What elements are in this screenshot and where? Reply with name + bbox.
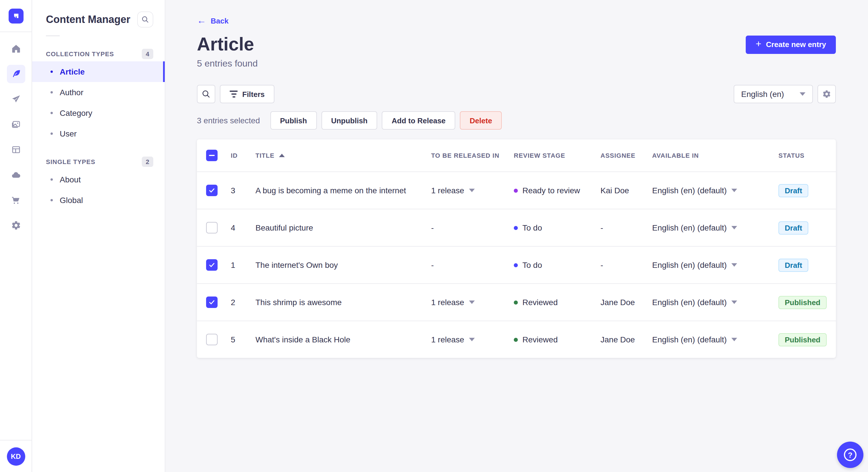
chevron-down-icon [469,338,474,341]
user-avatar[interactable]: KD [7,447,25,465]
cell-assignee: Jane Doe [600,298,652,307]
filters-button[interactable]: Filters [220,85,274,103]
sidebar-item-about[interactable]: About [32,169,165,190]
page-title: Article [197,34,254,55]
rail-footer: KD [0,440,32,472]
chevron-down-icon [469,301,474,304]
cell-review-stage: To do [514,260,600,270]
col-header-to-be-released-in[interactable]: TO BE RELEASED IN [431,152,514,159]
sidebar-item-author[interactable]: Author [32,82,165,103]
sidebar-item-user[interactable]: User [32,123,165,144]
plus-icon: + [756,39,762,49]
arrow-left-icon: ← [197,16,206,25]
bullet-icon [51,71,53,73]
view-settings-gear-icon[interactable] [817,85,836,103]
rail-logo-area [0,0,32,32]
cell-assignee: - [600,260,652,270]
add-to-release-button[interactable]: Add to Release [382,111,455,130]
delete-button[interactable]: Delete [460,111,502,130]
cell-status: Published [778,333,836,346]
search-icon[interactable] [137,11,153,28]
row-checkbox[interactable] [206,297,218,308]
entries-table: ID TITLE TO BE RELEASED IN REVIEW STAGE … [197,139,836,358]
strapi-logo-icon[interactable] [8,8,23,23]
cell-available-in[interactable]: English (en) (default) [652,186,778,195]
col-header-status[interactable]: STATUS [778,152,836,159]
subnav-title: Content Manager [46,13,130,26]
cell-id: 4 [231,223,255,232]
sidebar-item-global[interactable]: Global [32,190,165,210]
col-header-title[interactable]: TITLE [255,152,431,159]
bullet-icon [51,199,53,201]
col-header-available-in[interactable]: AVAILABLE IN [652,152,778,159]
cell-release[interactable]: - [431,223,514,232]
main-nav-rail: KD [0,0,32,472]
status-badge: Draft [778,184,809,197]
gear-icon[interactable] [7,216,25,235]
back-link[interactable]: ← Back [197,16,228,25]
cell-assignee: - [600,223,652,232]
sidebar-item-article[interactable]: Article [32,61,165,82]
entries-count-subtitle: 5 entries found [197,59,836,69]
table-row[interactable]: 4 Beautiful picture - To do - English (e… [197,209,836,246]
cloud-icon[interactable] [7,166,25,184]
cell-release[interactable]: - [431,260,514,270]
filters-label: Filters [242,90,265,98]
cell-available-in[interactable]: English (en) (default) [652,223,778,232]
status-badge: Draft [778,258,809,272]
table-row[interactable]: 3 A bug is becoming a meme on the intern… [197,171,836,209]
main-content: ← Back Article + Create new entry 5 entr… [165,0,868,472]
row-checkbox[interactable] [206,259,218,271]
feather-content-icon[interactable] [7,65,25,83]
publish-button[interactable]: Publish [270,111,317,130]
media-images-icon[interactable] [7,115,25,134]
sidebar-item-category[interactable]: Category [32,103,165,123]
select-all-checkbox[interactable] [206,150,218,161]
cell-id: 2 [231,298,255,307]
table-row[interactable]: 1 The internet's Own boy - To do - Engli… [197,246,836,283]
row-checkbox[interactable] [206,334,218,345]
cart-icon[interactable] [7,191,25,209]
back-label: Back [211,16,228,25]
cell-available-in[interactable]: English (en) (default) [652,298,778,307]
cell-available-in[interactable]: English (en) (default) [652,260,778,270]
app-root: KD Content Manager COLLECTION TYPES 4 Ar… [0,0,868,472]
locale-select[interactable]: English (en) [734,85,813,103]
cell-release[interactable]: 1 release [431,186,514,195]
section-label: SINGLE TYPES [46,158,95,165]
cell-review-stage: Reviewed [514,335,600,344]
create-new-entry-button[interactable]: + Create new entry [746,35,836,54]
cell-review-stage: Reviewed [514,298,600,307]
section-single-types: SINGLE TYPES 2 [32,154,165,169]
table-row[interactable]: 2 This shrimp is awesome 1 release Revie… [197,283,836,321]
cell-release[interactable]: 1 release [431,298,514,307]
col-header-id[interactable]: ID [231,152,255,159]
status-badge: Published [778,296,827,309]
home-icon[interactable] [7,40,25,58]
col-header-review-stage[interactable]: REVIEW STAGE [514,152,600,159]
row-checkbox[interactable] [206,185,218,196]
cell-title: What's inside a Black Hole [255,335,431,344]
cell-release[interactable]: 1 release [431,335,514,344]
sidebar-item-label: Author [60,88,84,97]
locale-value: English (en) [741,90,784,99]
paper-plane-icon[interactable] [7,90,25,108]
cell-status: Published [778,296,836,309]
selection-actions-bar: 3 entries selected Publish Unpublish Add… [197,111,836,130]
search-icon[interactable] [197,85,215,103]
table-row[interactable]: 5 What's inside a Black Hole 1 release R… [197,321,836,358]
chevron-down-icon [800,92,805,96]
cell-assignee: Jane Doe [600,335,652,344]
cell-review-stage: Ready to review [514,186,600,195]
row-checkbox[interactable] [206,222,218,233]
create-label: Create new entry [766,40,826,49]
help-button[interactable]: ? [837,442,863,468]
unpublish-button[interactable]: Unpublish [321,111,377,130]
section-label: COLLECTION TYPES [46,50,114,57]
status-badge: Draft [778,221,809,234]
cell-status: Draft [778,184,836,197]
cell-title: This shrimp is awesome [255,298,431,307]
layout-icon[interactable] [7,140,25,159]
col-header-assignee[interactable]: ASSIGNEE [600,152,652,159]
cell-available-in[interactable]: English (en) (default) [652,335,778,344]
